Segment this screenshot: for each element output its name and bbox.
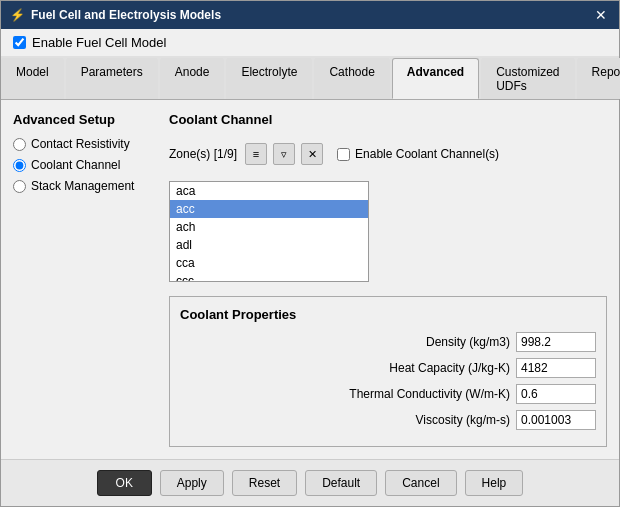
- enable-fuel-cell-row: Enable Fuel Cell Model: [1, 29, 619, 56]
- select-all-icon: ≡: [253, 148, 259, 160]
- tab-model[interactable]: Model: [1, 58, 64, 99]
- left-panel: Advanced Setup Contact Resistivity Coola…: [13, 112, 153, 447]
- coolant-properties-panel: Coolant Properties Density (kg/m3) Heat …: [169, 296, 607, 447]
- enable-coolant-row: Enable Coolant Channel(s): [337, 147, 499, 161]
- radio-stack-management-label: Stack Management: [31, 179, 134, 193]
- list-item[interactable]: ach: [170, 218, 368, 236]
- thermal-conductivity-input[interactable]: [516, 384, 596, 404]
- heat-capacity-input[interactable]: [516, 358, 596, 378]
- reset-button[interactable]: Reset: [232, 470, 297, 496]
- thermal-conductivity-row: Thermal Conductivity (W/m-K): [180, 384, 596, 404]
- heat-capacity-row: Heat Capacity (J/kg-K): [180, 358, 596, 378]
- main-window: ⚡ Fuel Cell and Electrolysis Models ✕ En…: [0, 0, 620, 507]
- density-row: Density (kg/m3): [180, 332, 596, 352]
- heat-capacity-label: Heat Capacity (J/kg-K): [389, 361, 510, 375]
- clear-icon: ✕: [308, 148, 317, 161]
- thermal-conductivity-label: Thermal Conductivity (W/m-K): [349, 387, 510, 401]
- advanced-setup-options: Contact Resistivity Coolant Channel Stac…: [13, 137, 153, 193]
- enable-coolant-checkbox[interactable]: [337, 148, 350, 161]
- enable-coolant-label: Enable Coolant Channel(s): [355, 147, 499, 161]
- right-panel: Coolant Channel Zone(s) [1/9] ≡ ▿ ✕ Enab…: [169, 112, 607, 447]
- radio-contact-resistivity[interactable]: Contact Resistivity: [13, 137, 153, 151]
- advanced-setup-title: Advanced Setup: [13, 112, 153, 127]
- tab-anode[interactable]: Anode: [160, 58, 225, 99]
- radio-contact-resistivity-label: Contact Resistivity: [31, 137, 130, 151]
- filter-icon: ▿: [281, 148, 287, 161]
- help-button[interactable]: Help: [465, 470, 524, 496]
- list-item[interactable]: ccc: [170, 272, 368, 282]
- ok-button[interactable]: OK: [97, 470, 152, 496]
- tab-parameters[interactable]: Parameters: [66, 58, 158, 99]
- zone-list[interactable]: aca acc ach adl cca ccc cch cdl mem: [169, 181, 369, 282]
- list-item[interactable]: acc: [170, 200, 368, 218]
- viscosity-input[interactable]: [516, 410, 596, 430]
- cancel-button[interactable]: Cancel: [385, 470, 456, 496]
- app-icon: ⚡: [9, 7, 25, 23]
- radio-coolant-channel-label: Coolant Channel: [31, 158, 120, 172]
- zone-label: Zone(s) [1/9]: [169, 147, 237, 161]
- viscosity-row: Viscosity (kg/m-s): [180, 410, 596, 430]
- tab-bar: Model Parameters Anode Electrolyte Catho…: [1, 56, 619, 100]
- tab-customized-udfs[interactable]: Customized UDFs: [481, 58, 574, 99]
- window-title: Fuel Cell and Electrolysis Models: [31, 8, 591, 22]
- radio-stack-management-input[interactable]: [13, 180, 26, 193]
- footer: OK Apply Reset Default Cancel Help: [1, 459, 619, 506]
- radio-coolant-channel-input[interactable]: [13, 159, 26, 172]
- radio-coolant-channel[interactable]: Coolant Channel: [13, 158, 153, 172]
- list-item[interactable]: cca: [170, 254, 368, 272]
- coolant-properties-title: Coolant Properties: [180, 307, 596, 322]
- default-button[interactable]: Default: [305, 470, 377, 496]
- tab-reports[interactable]: Reports: [577, 58, 620, 99]
- tab-advanced[interactable]: Advanced: [392, 58, 479, 99]
- title-bar: ⚡ Fuel Cell and Electrolysis Models ✕: [1, 1, 619, 29]
- main-content: Advanced Setup Contact Resistivity Coola…: [1, 100, 619, 459]
- enable-fuel-cell-label: Enable Fuel Cell Model: [32, 35, 166, 50]
- radio-contact-resistivity-input[interactable]: [13, 138, 26, 151]
- list-item[interactable]: aca: [170, 182, 368, 200]
- close-button[interactable]: ✕: [591, 8, 611, 22]
- radio-stack-management[interactable]: Stack Management: [13, 179, 153, 193]
- tab-electrolyte[interactable]: Electrolyte: [226, 58, 312, 99]
- coolant-channel-title: Coolant Channel: [169, 112, 607, 127]
- density-input[interactable]: [516, 332, 596, 352]
- apply-button[interactable]: Apply: [160, 470, 224, 496]
- zone-select-all-button[interactable]: ≡: [245, 143, 267, 165]
- zone-clear-button[interactable]: ✕: [301, 143, 323, 165]
- zone-filter-button[interactable]: ▿: [273, 143, 295, 165]
- viscosity-label: Viscosity (kg/m-s): [416, 413, 510, 427]
- zone-header: Zone(s) [1/9] ≡ ▿ ✕ Enable Coolant Chann…: [169, 143, 607, 165]
- enable-fuel-cell-checkbox[interactable]: [13, 36, 26, 49]
- list-item[interactable]: adl: [170, 236, 368, 254]
- density-label: Density (kg/m3): [426, 335, 510, 349]
- tab-cathode[interactable]: Cathode: [314, 58, 389, 99]
